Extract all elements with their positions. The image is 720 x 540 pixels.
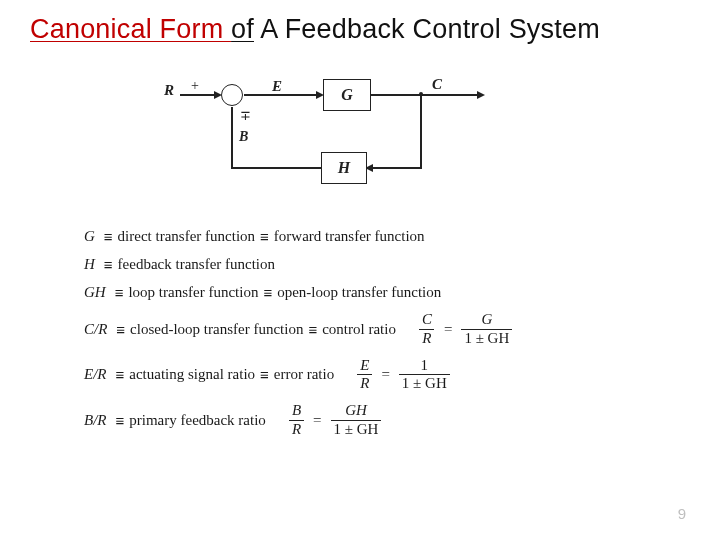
frac-1-over: 1 1 ± GH xyxy=(399,358,450,393)
frac-g-over: G 1 ± GH xyxy=(461,312,512,347)
frac-e-over-r: E R xyxy=(357,358,372,393)
equiv-symbol: ≡ xyxy=(116,412,125,429)
frac-gh-over: GH 1 ± GH xyxy=(331,403,382,438)
frac-den: 1 ± GH xyxy=(331,420,382,438)
title-part2: of xyxy=(231,14,254,44)
summing-junction xyxy=(221,84,243,106)
frac-num: G xyxy=(478,312,495,329)
page-number: 9 xyxy=(678,505,686,522)
def-row-gh: GH ≡ loop transfer function ≡ open-loop … xyxy=(84,284,644,301)
equals-sign: = xyxy=(381,366,389,383)
def-row-g: G ≡ direct transfer function ≡ forward t… xyxy=(84,228,644,245)
equiv-symbol: ≡ xyxy=(116,321,125,338)
equiv-symbol: ≡ xyxy=(104,228,113,245)
def-gh-text1: loop transfer function xyxy=(128,284,258,301)
signal-c-label: C xyxy=(432,76,442,93)
frac-den: R xyxy=(419,329,434,347)
signal-e-label: E xyxy=(272,78,282,95)
frac-num: B xyxy=(289,403,304,420)
frac-den: 1 ± GH xyxy=(461,329,512,347)
def-h-symbol: H xyxy=(84,256,95,273)
block-diagram: R + E G C H ∓ B xyxy=(166,72,546,212)
def-h-text1: feedback transfer function xyxy=(118,256,275,273)
def-row-h: H ≡ feedback transfer function xyxy=(84,256,644,273)
def-cr-symbol: C/R xyxy=(84,321,107,338)
line-r-to-sum xyxy=(180,94,216,96)
line-g-to-c xyxy=(371,94,479,96)
def-row-br: B/R ≡ primary feedback ratio B R = GH 1 … xyxy=(84,403,644,438)
def-br-text1: primary feedback ratio xyxy=(129,412,266,429)
definitions-list: G ≡ direct transfer function ≡ forward t… xyxy=(84,228,644,449)
frac-den: R xyxy=(357,374,372,392)
line-h-left xyxy=(231,167,321,169)
def-row-er: E/R ≡ actuating signal ratio ≡ error rat… xyxy=(84,358,644,393)
def-br-symbol: B/R xyxy=(84,412,107,429)
signal-b-label: B xyxy=(239,129,248,145)
page-title: Canonical Form of A Feedback Control Sys… xyxy=(30,14,600,45)
equals-sign: = xyxy=(313,412,321,429)
block-g-label: G xyxy=(341,86,353,104)
line-feedback-up xyxy=(231,107,233,168)
def-cr-text1: closed-loop transfer function xyxy=(130,321,303,338)
frac-num: E xyxy=(357,358,372,375)
line-node-down xyxy=(420,94,422,168)
frac-den: R xyxy=(289,420,304,438)
arrow-c-out-icon xyxy=(477,91,485,99)
er-equation: E R = 1 1 ± GH xyxy=(356,358,451,393)
def-row-cr: C/R ≡ closed-loop transfer function ≡ co… xyxy=(84,312,644,347)
signal-r-label: R xyxy=(164,82,174,99)
frac-num: 1 xyxy=(418,358,432,375)
def-er-text2: error ratio xyxy=(274,366,334,383)
block-g: G xyxy=(323,79,371,111)
equiv-symbol: ≡ xyxy=(260,366,269,383)
cr-equation: C R = G 1 ± GH xyxy=(418,312,513,347)
block-h: H xyxy=(321,152,367,184)
frac-num: C xyxy=(419,312,435,329)
br-equation: B R = GH 1 ± GH xyxy=(288,403,383,438)
def-gh-symbol: GH xyxy=(84,284,106,301)
def-g-text1: direct transfer function xyxy=(118,228,255,245)
def-er-symbol: E/R xyxy=(84,366,107,383)
equiv-symbol: ≡ xyxy=(263,284,272,301)
def-er-text1: actuating signal ratio xyxy=(129,366,255,383)
frac-num: GH xyxy=(342,403,370,420)
line-to-h-right xyxy=(372,167,422,169)
title-part1: Canonical Form xyxy=(30,14,231,44)
equals-sign: = xyxy=(444,321,452,338)
title-part3: A Feedback Control System xyxy=(254,14,600,44)
def-g-text2: forward transfer function xyxy=(274,228,425,245)
frac-c-over-r: C R xyxy=(419,312,435,347)
equiv-symbol: ≡ xyxy=(116,366,125,383)
frac-b-over-r: B R xyxy=(289,403,304,438)
equiv-symbol: ≡ xyxy=(308,321,317,338)
def-g-symbol: G xyxy=(84,228,95,245)
frac-den: 1 ± GH xyxy=(399,374,450,392)
def-gh-text2: open-loop transfer function xyxy=(277,284,441,301)
equiv-symbol: ≡ xyxy=(115,284,124,301)
equiv-symbol: ≡ xyxy=(260,228,269,245)
block-h-label: H xyxy=(338,159,350,177)
def-cr-text2: control ratio xyxy=(322,321,396,338)
equiv-symbol: ≡ xyxy=(104,256,113,273)
minusplus-symbol: ∓ xyxy=(240,108,251,124)
plus-symbol: + xyxy=(191,78,199,94)
